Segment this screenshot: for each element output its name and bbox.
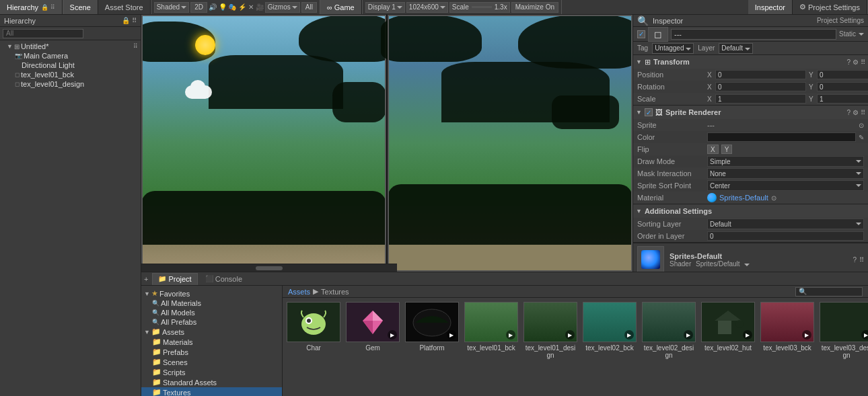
asset-item-tex-l01-bck[interactable]: ▶ tex_level01_bck xyxy=(464,302,518,352)
draw-mode-dropdown[interactable]: Simple xyxy=(707,156,864,167)
sidebar-item-all-models[interactable]: 🔍 All Models xyxy=(141,308,282,317)
hierarchy-lock-btn[interactable]: 🔒 xyxy=(122,17,130,24)
asset-play-tex-l03-design[interactable]: ▶ xyxy=(861,330,868,340)
color-picker[interactable] xyxy=(707,132,856,142)
material-link[interactable]: Sprites-Default xyxy=(719,194,768,202)
hierarchy-item-directional-light[interactable]: ☀ Directional Light xyxy=(0,61,141,70)
hierarchy-item-tex-bck[interactable]: ◻ tex_level01_bck xyxy=(0,70,141,79)
tab-project[interactable]: 📁 Project xyxy=(152,273,197,285)
gizmos-dropdown[interactable]: Gizmos xyxy=(265,2,300,13)
project-search-input[interactable] xyxy=(795,287,863,296)
tab-inspector[interactable]: Inspector xyxy=(748,0,793,14)
layer-dropdown[interactable]: Default xyxy=(719,43,752,54)
sidebar-item-all-prefabs[interactable]: 🔍 All Prefabs xyxy=(141,317,282,327)
asset-item-tex-l02-design[interactable]: ▶ tex_level02_design xyxy=(642,302,696,359)
hierarchy-item-untitled[interactable]: ▼ ⊞ Untitled* ⠿ xyxy=(0,42,141,51)
material-help-btn[interactable]: ? xyxy=(853,256,857,264)
resolution-dropdown[interactable]: 1024x600 xyxy=(406,2,448,13)
sidebar-item-scenes[interactable]: 📁 Scenes xyxy=(141,357,282,367)
sidebar-item-scripts[interactable]: 📁 Scripts xyxy=(141,367,282,377)
sidebar-item-prefabs[interactable]: 📁 Prefabs xyxy=(141,347,282,357)
mask-interaction-dropdown[interactable]: None xyxy=(707,168,864,179)
sidebar-item-textures[interactable]: 📁 Textures xyxy=(141,387,282,396)
sidebar-item-materials[interactable]: 📁 Materials xyxy=(141,337,282,347)
tab-game[interactable]: ∞ Game xyxy=(320,0,362,14)
asset-play-tex-l02-hut[interactable]: ▶ xyxy=(743,330,752,340)
inspector-name-input[interactable] xyxy=(671,29,836,40)
hierarchy-item-options[interactable]: ⠿ xyxy=(133,43,138,50)
inspector-active-checkbox[interactable]: ✓ xyxy=(637,30,645,38)
asset-item-tex-l03-design[interactable]: ▶ tex_level03_design xyxy=(820,302,868,359)
top-bar: Hierarchy 🔒 ⠿ Scene Asset Store Shaded 2… xyxy=(0,0,868,15)
scale-y-input[interactable] xyxy=(817,94,868,104)
sidebar-item-favorites[interactable]: ▼ ★ Favorites xyxy=(141,288,282,299)
asset-item-platform[interactable]: ▶ Platform xyxy=(405,302,459,352)
display-dropdown[interactable]: Display 1 xyxy=(365,2,405,13)
project-add-btn[interactable]: + xyxy=(144,275,148,283)
shading-dropdown[interactable]: Shaded xyxy=(154,2,189,13)
order-in-layer-input[interactable] xyxy=(707,231,864,241)
sidebar-item-all-materials[interactable]: 🔍 All Materials xyxy=(141,299,282,308)
asset-play-platform[interactable]: ▶ xyxy=(447,330,456,340)
asset-item-tex-l02-bck[interactable]: ▶ tex_level02_bck xyxy=(583,302,637,352)
asset-play-tex-l03-bck[interactable]: ▶ xyxy=(802,330,811,340)
sprite-sort-point-dropdown[interactable]: Center xyxy=(707,180,864,191)
sprite-renderer-menu-btn[interactable]: ⠿ xyxy=(861,109,865,116)
tab-console[interactable]: ⬛ Console xyxy=(199,273,248,285)
tab-scene[interactable]: Scene xyxy=(63,0,98,14)
hierarchy-title: Hierarchy xyxy=(4,17,36,25)
sprite-renderer-settings-btn[interactable]: ⚙ xyxy=(853,109,859,116)
sidebar-item-standard-assets[interactable]: 📁 Standard Assets xyxy=(141,377,282,387)
flip-x-btn[interactable]: X xyxy=(707,145,719,154)
sprite-renderer-help-btn[interactable]: ? xyxy=(846,109,851,116)
rot-x-input[interactable] xyxy=(715,82,806,91)
sorting-layer-dropdown[interactable]: Default xyxy=(707,219,864,229)
flip-y-btn[interactable]: Y xyxy=(721,145,733,154)
scale-x-input[interactable] xyxy=(715,94,806,104)
asset-play-gem[interactable]: ▶ xyxy=(388,330,397,340)
asset-name-gem: Gem xyxy=(365,344,380,352)
asset-thumb-platform: ▶ xyxy=(405,302,459,342)
all-btn[interactable]: All xyxy=(301,2,317,13)
scale-dropdown[interactable]: Scale 1.3x xyxy=(449,2,510,13)
sprite-renderer-header[interactable]: ▼ ✓ 🖼 Sprite Renderer ? ⚙ ⠿ xyxy=(633,106,868,119)
sprite-select-btn[interactable]: ⊙ xyxy=(859,122,864,129)
inspector-project-settings[interactable]: Project Settings xyxy=(817,17,864,24)
transform-settings-btn[interactable]: ⚙ xyxy=(853,58,859,66)
sidebar-item-assets[interactable]: ▼ 📁 Assets xyxy=(141,327,282,337)
tab-asset-store[interactable]: Asset Store xyxy=(98,0,151,14)
pos-y-input[interactable] xyxy=(817,70,868,79)
scene-viewport[interactable] xyxy=(141,15,388,272)
hierarchy-search-input[interactable] xyxy=(3,29,83,38)
color-eyedropper-btn[interactable]: ✎ xyxy=(859,134,864,141)
asset-play-tex-l02-design[interactable]: ▶ xyxy=(684,330,693,340)
asset-item-char[interactable]: Char xyxy=(287,302,340,352)
game-viewport[interactable] xyxy=(388,15,632,272)
tag-dropdown[interactable]: Untagged xyxy=(652,43,694,54)
asset-play-tex-l01-design[interactable]: ▶ xyxy=(565,330,575,340)
material-menu-btn[interactable]: ⠿ xyxy=(859,256,864,264)
asset-item-tex-l01-design[interactable]: ▶ tex_level01_design xyxy=(523,302,577,359)
scroll-bar[interactable] xyxy=(141,264,397,272)
tab-project-settings[interactable]: ⚙ Project Settings xyxy=(793,0,867,14)
hierarchy-menu-btn[interactable]: ⠿ xyxy=(132,17,137,24)
hierarchy-item-main-camera[interactable]: 📷 Main Camera xyxy=(0,51,141,61)
asset-play-tex-l01-bck[interactable]: ▶ xyxy=(506,330,515,340)
transform-header[interactable]: ▼ ⊞ Transform ? ⚙ ⠿ xyxy=(633,55,868,69)
asset-item-gem[interactable]: ▶ Gem xyxy=(346,302,400,352)
rot-y-input[interactable] xyxy=(817,82,868,91)
transform-menu-btn[interactable]: ⠿ xyxy=(861,58,865,66)
additional-settings-header[interactable]: ▼ Additional Settings xyxy=(633,204,868,218)
mode-2d-btn[interactable]: 2D xyxy=(190,2,207,13)
sprite-renderer-checkbox[interactable]: ✓ xyxy=(645,108,653,116)
asset-item-tex-l02-hut[interactable]: ▶ tex_level02_hut xyxy=(701,302,755,352)
tab-hierarchy[interactable]: Hierarchy 🔒 ⠿ xyxy=(0,0,63,14)
transform-help-btn[interactable]: ? xyxy=(846,58,851,66)
hierarchy-item-tex-design[interactable]: ◻ tex_level01_design xyxy=(0,79,141,89)
pos-x-input[interactable] xyxy=(715,70,806,79)
breadcrumb-root[interactable]: Assets xyxy=(288,288,310,296)
material-select-btn[interactable]: ⊙ xyxy=(771,194,776,202)
asset-play-tex-l02-bck[interactable]: ▶ xyxy=(624,330,634,340)
maximize-on-btn[interactable]: Maximize On xyxy=(511,2,558,13)
asset-item-tex-l03-bck[interactable]: ▶ tex_level03_bck xyxy=(760,302,814,352)
